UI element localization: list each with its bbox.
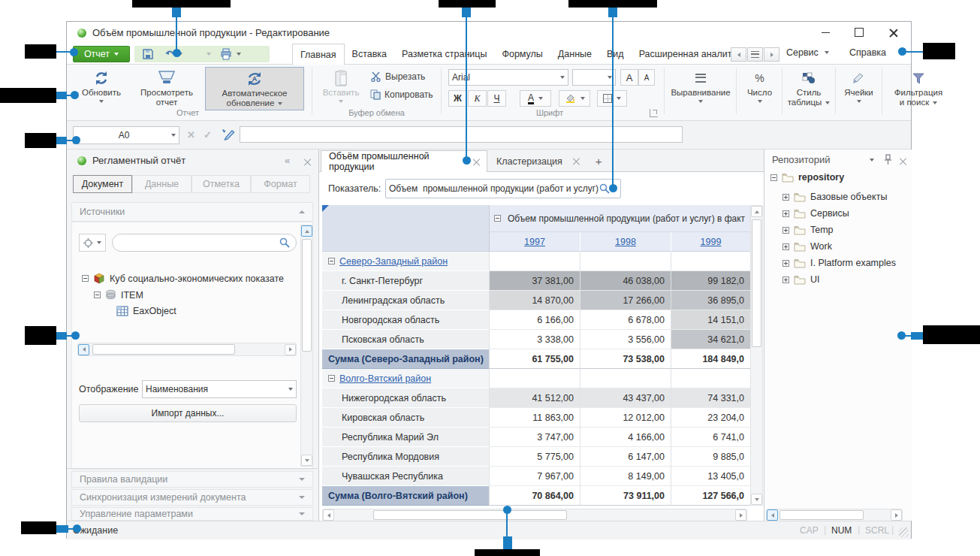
repo-tree-item[interactable]: Сервисы	[782, 208, 849, 219]
cell[interactable]: 4 166,00	[580, 428, 671, 447]
repo-tree-item[interactable]: I. Platform examples	[782, 258, 896, 268]
expand-node-icon[interactable]	[782, 194, 789, 201]
year-header[interactable]: 1998	[580, 232, 671, 252]
import-data-button[interactable]: Импорт данных...	[79, 404, 297, 422]
help-menu[interactable]: Справка	[849, 47, 886, 58]
cells-button[interactable]: Ячейки	[838, 67, 879, 110]
tab-vstavka[interactable]: Вставка	[345, 44, 394, 64]
redo-dropdown-icon[interactable]	[207, 53, 211, 56]
collapse-row-icon[interactable]	[328, 258, 335, 264]
cell[interactable]: 8 149,00	[580, 467, 671, 486]
italic-button[interactable]: К	[468, 90, 487, 107]
fill-color-button[interactable]	[559, 90, 590, 107]
cell[interactable]: 99 182,0	[671, 271, 750, 291]
sync-dimensions-section[interactable]: Синхронизация измерений документа	[71, 489, 313, 506]
cell[interactable]: 3 338,00	[489, 330, 580, 349]
row-label[interactable]: Новгородская область	[322, 310, 489, 330]
row-label[interactable]: Нижегородская область	[322, 388, 489, 408]
cell[interactable]: 14 870,00	[489, 291, 580, 310]
cell[interactable]	[580, 369, 671, 388]
row-label[interactable]: Сумма (Северо-Западный район)	[322, 349, 489, 369]
tab-glavnaya[interactable]: Главная	[292, 44, 345, 65]
close-panel-icon[interactable]	[304, 159, 311, 165]
cell[interactable]	[671, 252, 750, 271]
repo-hscrollbar[interactable]	[766, 509, 903, 521]
collapse-panel-icon[interactable]: «	[285, 155, 288, 166]
close-panel-icon[interactable]	[900, 158, 906, 165]
report-menu-button[interactable]: Отчет	[73, 46, 130, 62]
scroll-thumb[interactable]	[752, 219, 761, 347]
source-options-button[interactable]	[79, 234, 106, 252]
year-header[interactable]: 1999	[671, 232, 750, 252]
doc-tab-clustering[interactable]: Кластеризация	[489, 150, 585, 172]
font-color-button[interactable]: А	[520, 90, 551, 107]
cell[interactable]: 37 381,00	[489, 271, 580, 291]
cell[interactable]: 6 741,0	[671, 428, 750, 447]
row-label[interactable]: Чувашская Республика	[322, 467, 489, 486]
table-hscrollbar[interactable]	[322, 509, 747, 521]
row-label[interactable]: Северо-Западный район	[322, 252, 489, 271]
cell[interactable]: 36 895,0	[671, 291, 750, 310]
cell[interactable]: 73 911,00	[580, 486, 671, 506]
auto-refresh-button[interactable]: A Автоматическое обновление	[205, 67, 304, 110]
shrink-font-button[interactable]: A	[638, 69, 655, 86]
cell[interactable]: 23 204,0	[671, 408, 750, 428]
scroll-right-button[interactable]	[735, 509, 746, 521]
maximize-button[interactable]	[848, 23, 870, 41]
tab-vid[interactable]: Вид	[599, 44, 632, 64]
collapse-node-icon[interactable]	[82, 275, 89, 282]
close-tab-icon[interactable]	[473, 159, 479, 165]
font-dialog-launcher-icon[interactable]	[650, 109, 658, 117]
table-vscrollbar[interactable]	[750, 205, 763, 506]
collapse-node-icon[interactable]	[770, 174, 777, 181]
cell[interactable]: 184 849,0	[671, 349, 750, 369]
tab-list-button[interactable]	[747, 47, 763, 62]
preview-report-button[interactable]: Просмотреть отчет	[131, 67, 202, 110]
parameter-management-section[interactable]: Управление параметрами	[71, 507, 313, 521]
expand-node-icon[interactable]	[782, 276, 789, 283]
scroll-left-button[interactable]	[78, 344, 89, 355]
scroll-up-button[interactable]	[751, 206, 762, 217]
bold-button[interactable]: Ж	[448, 90, 467, 107]
source-search-box[interactable]	[112, 234, 297, 252]
cell[interactable]: 17 266,00	[580, 291, 671, 310]
table-style-button[interactable]: Стиль таблицы	[785, 67, 833, 110]
collapse-row-icon[interactable]	[328, 375, 335, 382]
cell[interactable]: 11 863,00	[489, 408, 580, 428]
collapse-node-icon[interactable]	[94, 292, 101, 298]
expand-node-icon[interactable]	[782, 210, 789, 217]
cell[interactable]	[489, 369, 580, 388]
cancel-formula-icon[interactable]: ✕	[187, 129, 195, 141]
scroll-thumb[interactable]	[373, 510, 567, 520]
row-label[interactable]: Ленинградская область	[322, 291, 489, 310]
row-label[interactable]: Псковская область	[322, 330, 489, 349]
scroll-left-button[interactable]	[323, 509, 334, 521]
scroll-right-button[interactable]	[285, 344, 296, 355]
cell[interactable]: 74 331,0	[671, 388, 750, 408]
tab-otmetka[interactable]: Отметка	[191, 175, 251, 193]
edit-formula-icon[interactable]	[220, 127, 235, 142]
formula-input[interactable]	[240, 126, 683, 143]
cell[interactable]: 3 556,00	[580, 330, 671, 349]
save-icon[interactable]	[142, 48, 154, 60]
scroll-left-button[interactable]	[767, 509, 778, 521]
row-label[interactable]: Кировская область	[322, 408, 489, 428]
table-merged-header[interactable]: Объем промышленной продукции (работ и ус…	[489, 205, 750, 232]
tab-format[interactable]: Формат	[251, 175, 310, 193]
cell[interactable]: 6 166,00	[489, 310, 580, 330]
display-combo[interactable]: Наименования	[142, 380, 297, 398]
close-tab-icon[interactable]	[573, 158, 577, 165]
number-button[interactable]: % Число	[739, 67, 780, 110]
print-icon[interactable]	[220, 48, 232, 60]
grow-font-button[interactable]: A	[620, 69, 638, 86]
close-button[interactable]	[882, 23, 904, 41]
scroll-thumb[interactable]	[779, 510, 864, 520]
cell[interactable]: 34 621,0	[671, 330, 750, 349]
cell[interactable]: 41 512,00	[489, 388, 580, 408]
indicator-combo[interactable]: Объем промышленной продукции (работ и ус…	[385, 179, 621, 198]
cell[interactable]: 7 967,00	[489, 467, 580, 486]
cell[interactable]: 127 566,0	[671, 486, 750, 506]
filter-search-button[interactable]: Фильтрация и поиск	[885, 67, 952, 110]
cell[interactable]: 73 538,00	[580, 349, 671, 369]
repo-tree-item[interactable]: UI	[782, 274, 820, 285]
